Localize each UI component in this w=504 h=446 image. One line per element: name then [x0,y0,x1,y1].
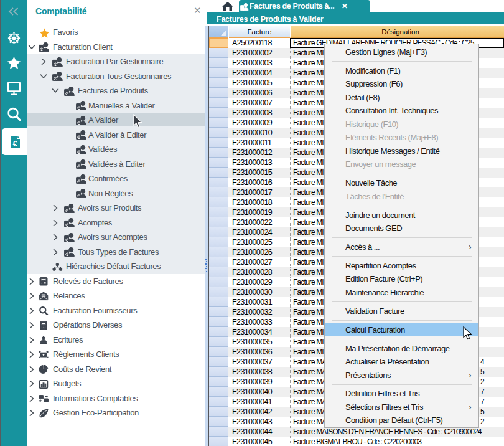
svg-text:€: € [13,139,17,148]
